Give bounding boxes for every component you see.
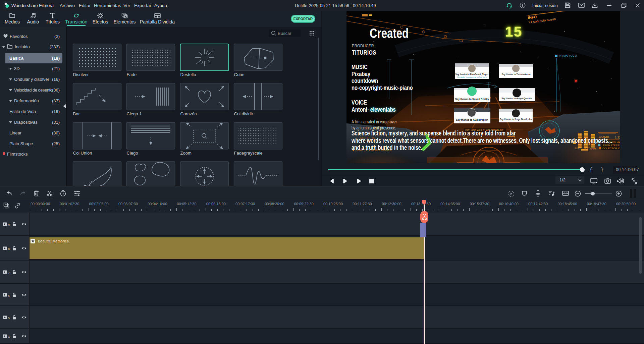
svg-text:Bar: Bar [73, 111, 80, 116]
svg-text:Col Unión: Col Unión [73, 151, 92, 156]
svg-text:1,32: 1,32 [615, 136, 620, 139]
svg-text:Disolver: Disolver [73, 72, 89, 77]
svg-text:Cube: Cube [234, 72, 245, 77]
svg-text:8: 8 [8, 247, 10, 250]
svg-text:Corazón: Corazón [180, 111, 197, 116]
svg-text:5: 5 [8, 316, 10, 320]
svg-text:Ciego 1: Ciego 1 [127, 111, 142, 116]
svg-text:9: 9 [8, 223, 10, 227]
svg-text:Fade: Fade [127, 72, 137, 77]
svg-text:Destello: Destello [180, 72, 196, 77]
svg-text:7: 7 [8, 271, 10, 274]
svg-text:Fadegrayscale: Fadegrayscale [234, 151, 263, 156]
svg-text:4: 4 [8, 335, 10, 339]
svg-text:Col dividir: Col dividir [234, 111, 254, 116]
svg-text:6: 6 [8, 294, 10, 297]
svg-text:Zoom: Zoom [180, 151, 192, 156]
svg-text:Ciego: Ciego [127, 151, 138, 156]
